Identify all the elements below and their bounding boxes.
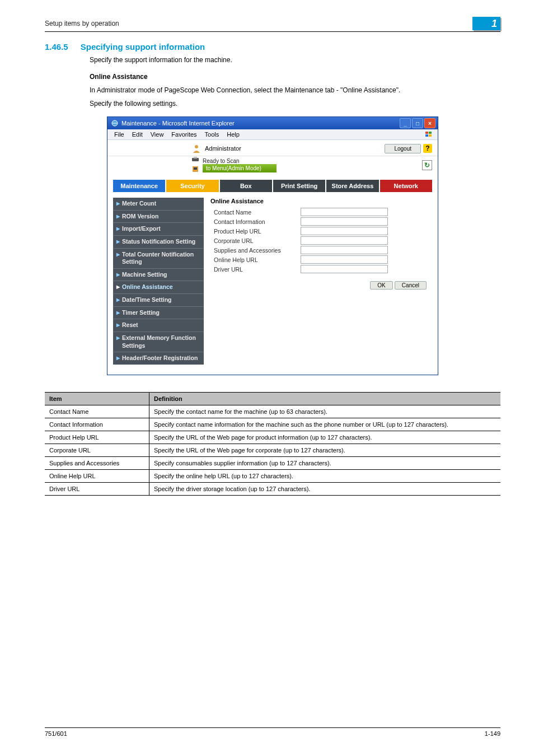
footer-left: 751/601 (45, 730, 67, 737)
tab-print-setting[interactable]: Print Setting (273, 180, 326, 192)
table-cell-item: Corporate URL (45, 444, 149, 456)
refresh-icon[interactable]: ↻ (422, 160, 432, 170)
nav-item-header-footer-registration[interactable]: ▶Header/Footer Registration (113, 352, 204, 365)
contact-name-input[interactable] (301, 208, 388, 216)
nav-item-date-time-setting[interactable]: ▶Date/Time Setting (113, 293, 204, 306)
tab-network[interactable]: Network (380, 180, 432, 192)
nav-item-label: Status Notification Setting (122, 238, 195, 246)
minimize-button[interactable]: _ (400, 118, 411, 128)
nav-item-machine-setting[interactable]: ▶Machine Setting (113, 268, 204, 281)
chevron-right-icon: ▶ (116, 335, 120, 341)
window-titlebar: Maintenance - Microsoft Internet Explore… (107, 117, 438, 129)
table-cell-definition: Specify consumables supplier information… (149, 456, 501, 469)
svg-rect-7 (194, 157, 197, 158)
tab-maintenance[interactable]: Maintenance (113, 180, 166, 192)
status-admin-mode-link[interactable]: to Menu(Admin Mode) (203, 164, 277, 172)
tab-security[interactable]: Security (166, 180, 219, 192)
menu-tools[interactable]: Tools (202, 130, 223, 138)
table-cell-item: Driver URL (45, 482, 149, 495)
contact-information-input[interactable] (301, 217, 388, 226)
admin-icon (191, 143, 202, 153)
table-row: Supplies and AccessoriesSpecify consumab… (45, 456, 500, 469)
printer-status-icon (191, 156, 199, 164)
table-header-item: Item (45, 392, 149, 405)
tab-store-address[interactable]: Store Address (326, 180, 380, 192)
nav-item-meter-count[interactable]: ▶Meter Count (113, 198, 204, 210)
nav-item-total-counter-notification-setting[interactable]: ▶Total Counter Notification Setting (113, 248, 204, 268)
chevron-right-icon: ▶ (116, 226, 120, 232)
nav-item-label: Import/Export (122, 225, 161, 233)
driver-url-input[interactable] (301, 265, 388, 273)
corporate-url-input[interactable] (301, 236, 388, 245)
nav-item-reset[interactable]: ▶Reset (113, 319, 204, 332)
table-row: Corporate URLSpecify the URL of the Web … (45, 444, 500, 456)
cancel-button[interactable]: Cancel (395, 281, 427, 290)
chapter-number-badge: 1 (472, 17, 500, 30)
chevron-right-icon: ▶ (116, 214, 120, 220)
close-button[interactable]: × (424, 118, 435, 128)
field-row: Contact Information (210, 217, 432, 226)
chevron-right-icon: ▶ (116, 323, 120, 328)
para-2: Specify the following settings. (90, 99, 500, 109)
menu-file[interactable]: File (111, 130, 128, 138)
table-cell-definition: Specify the driver storage location (up … (149, 482, 501, 495)
table-row: Driver URLSpecify the driver storage loc… (45, 482, 500, 495)
browser-menubar: File Edit View Favorites Tools Help (107, 129, 438, 140)
nav-item-status-notification-setting[interactable]: ▶Status Notification Setting (113, 235, 204, 248)
table-cell-definition: Specify the URL of the Web page for prod… (149, 431, 501, 444)
status-ready-label: Ready to Scan (203, 158, 419, 164)
table-row: Contact NameSpecify the contact name for… (45, 405, 500, 418)
svg-rect-2 (429, 132, 432, 134)
nav-item-external-memory-function-settings[interactable]: ▶External Memory Function Settings (113, 332, 204, 352)
table-row: Contact InformationSpecify contact name … (45, 418, 500, 431)
table-row: Online Help URLSpecify the online help U… (45, 469, 500, 482)
ie-flag-icon (424, 130, 434, 138)
nav-item-label: Timer Setting (122, 309, 160, 317)
online-help-url-input[interactable] (301, 255, 388, 264)
menu-edit[interactable]: Edit (129, 130, 146, 138)
nav-item-import-export[interactable]: ▶Import/Export (113, 222, 204, 235)
supplies-and-accessories-input[interactable] (301, 246, 388, 254)
ie-icon (111, 119, 119, 127)
field-row: Driver URL (210, 265, 432, 273)
product-help-url-input[interactable] (301, 227, 388, 235)
chevron-right-icon: ▶ (116, 356, 120, 361)
nav-item-timer-setting[interactable]: ▶Timer Setting (113, 306, 204, 319)
table-row: Product Help URLSpecify the URL of the W… (45, 431, 500, 444)
menu-view[interactable]: View (147, 130, 167, 138)
svg-rect-3 (425, 134, 428, 137)
field-label: Product Help URL (210, 228, 301, 235)
menu-favorites[interactable]: Favorites (168, 130, 200, 138)
menu-help[interactable]: Help (223, 130, 243, 138)
field-row: Contact Name (210, 208, 432, 216)
table-cell-definition: Specify contact name information for the… (149, 418, 501, 431)
table-cell-definition: Specify the contact name for the machine… (149, 405, 501, 418)
ok-button[interactable]: OK (370, 281, 392, 290)
online-assistance-heading: Online Assistance (90, 73, 500, 81)
screenshot-window: Maintenance - Microsoft Internet Explore… (107, 116, 438, 375)
device-status-icon (191, 165, 199, 174)
admin-role-label: Administrator (205, 145, 241, 152)
help-icon[interactable]: ? (423, 144, 432, 153)
logout-button[interactable]: Logout (385, 144, 421, 153)
pane-title: Online Assistance (210, 198, 432, 204)
table-header-definition: Definition (149, 392, 501, 405)
table-cell-item: Contact Name (45, 405, 149, 418)
table-cell-definition: Specify the online help URL (up to 127 c… (149, 469, 501, 482)
nav-item-online-assistance[interactable]: ▶Online Assistance (113, 281, 204, 293)
main-tabs: MaintenanceSecurityBoxPrint SettingStore… (113, 180, 432, 192)
maximize-button[interactable]: □ (412, 118, 423, 128)
chevron-right-icon: ▶ (116, 310, 120, 316)
field-label: Driver URL (210, 266, 301, 273)
nav-item-rom-version[interactable]: ▶ROM Version (113, 210, 204, 223)
nav-item-label: Reset (122, 321, 138, 329)
table-cell-item: Supplies and Accessories (45, 456, 149, 469)
field-label: Online Help URL (210, 256, 301, 263)
svg-rect-4 (429, 134, 432, 137)
field-label: Contact Information (210, 218, 301, 225)
side-nav: ▶Meter Count▶ROM Version▶Import/Export▶S… (113, 198, 204, 365)
field-label: Contact Name (210, 209, 301, 216)
table-cell-definition: Specify the URL of the Web page for corp… (149, 444, 501, 456)
nav-item-label: Header/Footer Registration (122, 354, 198, 362)
tab-box[interactable]: Box (220, 180, 273, 192)
